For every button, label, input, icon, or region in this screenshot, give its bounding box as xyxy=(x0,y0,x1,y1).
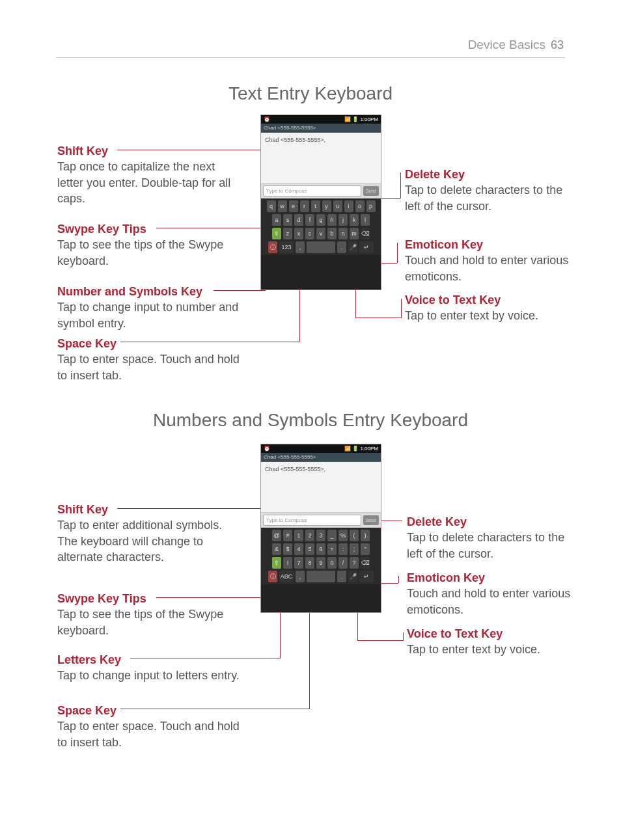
keyboard-key[interactable]: ⌫ xyxy=(361,557,370,569)
keyboard-key[interactable]: " xyxy=(361,543,370,555)
keyboard-key[interactable]: 8 xyxy=(305,557,314,569)
keyboard-key[interactable]: . xyxy=(337,571,346,582)
keyboard-key[interactable]: 3 xyxy=(316,530,325,541)
keyboard-key[interactable]: r xyxy=(300,200,309,212)
keyboard-key[interactable]: z xyxy=(283,228,292,239)
keyboard-key[interactable]: ⇧ xyxy=(272,557,281,569)
keyboard-key[interactable]: ? xyxy=(350,557,359,569)
callout-shift-key: Shift Key Tap once to capitalize the nex… xyxy=(57,143,240,206)
keyboard-key[interactable]: ⓘ xyxy=(268,571,277,582)
keyboard-key[interactable]: @ xyxy=(272,530,281,541)
keyboard-key[interactable]: ⌫ xyxy=(361,228,370,239)
keyboard-key[interactable]: & xyxy=(272,543,281,555)
keyboard-key[interactable] xyxy=(307,571,335,582)
keyboard-key[interactable]: o xyxy=(355,200,365,212)
keyboard-key[interactable]: # xyxy=(283,530,292,541)
leader-line xyxy=(120,342,299,342)
keyboard-key[interactable]: ⇧ xyxy=(272,228,281,239)
keyboard-key[interactable]: g xyxy=(316,214,325,226)
keyboard-key[interactable]: u xyxy=(333,200,342,212)
send-button[interactable]: Send xyxy=(363,515,379,525)
keyboard-key[interactable]: s xyxy=(283,214,292,226)
keyboard-key[interactable]: 4 xyxy=(294,543,303,555)
send-button[interactable]: Send xyxy=(363,186,379,196)
keyboard-key[interactable]: 7 xyxy=(294,557,303,569)
keyboard-key[interactable]: v xyxy=(316,228,325,239)
keyboard-key[interactable]: 0 xyxy=(327,557,337,569)
keyboard-key[interactable]: t xyxy=(311,200,320,212)
compose-bar: Type to Compose Send xyxy=(261,183,381,198)
keyboard-key[interactable]: k xyxy=(350,214,359,226)
keyboard-key[interactable]: c xyxy=(305,228,314,239)
callout-text: Tap to change input to number and symbol… xyxy=(57,301,238,329)
keyboard-key[interactable]: 9 xyxy=(316,557,325,569)
keyboard-key[interactable]: / xyxy=(338,557,348,569)
leader-line xyxy=(117,508,260,509)
keyboard-key[interactable]: , xyxy=(296,571,305,582)
keyboard-key[interactable]: 5 xyxy=(305,543,314,555)
keyboard-key[interactable]: 1 xyxy=(294,530,303,541)
keyboard-key[interactable]: f xyxy=(305,214,314,226)
keyboard-key[interactable]: e xyxy=(289,200,298,212)
status-bar: ⏰ 📶🔋1:00PM xyxy=(261,115,381,124)
keyboard-key[interactable]: x xyxy=(294,228,303,239)
keyboard-key[interactable]: i xyxy=(344,200,353,212)
keyboard-key[interactable]: 🎤 xyxy=(348,571,357,582)
leader-line xyxy=(357,609,358,641)
leader-line xyxy=(357,640,403,641)
leader-line xyxy=(280,607,281,658)
keyboard-key[interactable]: ) xyxy=(361,530,370,541)
callout-text: Tap to enter text by voice. xyxy=(407,643,540,656)
keyboard-key[interactable]: % xyxy=(338,530,348,541)
callout-heading: Emoticon Key xyxy=(405,237,574,252)
keyboard-key[interactable]: m xyxy=(350,228,359,239)
keyboard-key[interactable]: d xyxy=(294,214,303,226)
keyboard-key[interactable]: ↵ xyxy=(359,241,374,253)
compose-input[interactable]: Type to Compose xyxy=(263,515,361,526)
keyboard-key[interactable]: q xyxy=(267,200,276,212)
callout-heading: Shift Key xyxy=(57,143,240,159)
compose-bar: Type to Compose Send xyxy=(261,513,381,528)
keyboard-key[interactable]: 2 xyxy=(305,530,314,541)
keyboard-key[interactable]: n xyxy=(338,228,348,239)
keyboard-key[interactable]: j xyxy=(338,214,348,226)
leader-line xyxy=(214,290,266,291)
callout-number-symbols-key: Number and Symbols Key Tap to change inp… xyxy=(57,284,240,331)
keyboard-key[interactable]: 6 xyxy=(316,543,325,555)
keyboard-key[interactable]: ABC xyxy=(279,571,294,582)
keyboard-key[interactable]: ( xyxy=(350,530,359,541)
keyboard-key[interactable]: _ xyxy=(327,530,337,541)
callout-heading: Delete Key xyxy=(407,514,576,530)
keyboard-key[interactable] xyxy=(307,241,335,253)
leader-line xyxy=(400,172,401,198)
keyboard-key[interactable]: + xyxy=(327,543,337,555)
callout-voice-to-text-key-2: Voice to Text Key Tap to enter text by v… xyxy=(407,626,576,658)
leader-line xyxy=(117,150,260,150)
keyboard-key[interactable]: ! xyxy=(283,557,292,569)
leader-line xyxy=(355,318,401,318)
keyboard-key[interactable]: : xyxy=(338,543,348,555)
keyboard-key[interactable]: p xyxy=(366,200,376,212)
keyboard-key[interactable]: . xyxy=(337,241,346,253)
keyboard-key[interactable]: w xyxy=(278,200,287,212)
compose-input[interactable]: Type to Compose xyxy=(263,185,361,196)
keyboard-key[interactable]: l xyxy=(361,214,370,226)
keyboard-key[interactable]: , xyxy=(296,241,305,253)
keyboard-key[interactable]: 🎤 xyxy=(348,241,357,253)
section-title-numbers-symbols: Numbers and Symbols Entry Keyboard xyxy=(0,410,621,431)
battery-icon: 🔋 xyxy=(352,116,359,122)
keyboard-key[interactable]: ; xyxy=(350,543,359,555)
keyboard-key[interactable]: h xyxy=(327,214,337,226)
keyboard-key[interactable]: b xyxy=(327,228,337,239)
battery-icon: 🔋 xyxy=(352,446,359,452)
keyboard-key[interactable]: $ xyxy=(283,543,292,555)
keyboard-key[interactable]: ⓘ xyxy=(268,241,277,253)
keyboard-key[interactable]: y xyxy=(322,200,331,212)
keyboard-key[interactable]: ↵ xyxy=(359,571,374,582)
callout-heading: Voice to Text Key xyxy=(407,626,576,642)
callout-text: Tap to enter text by voice. xyxy=(405,309,538,322)
leader-line xyxy=(398,576,399,583)
keyboard-key[interactable]: 123 xyxy=(279,241,294,253)
leader-line xyxy=(120,709,309,709)
keyboard-key[interactable]: a xyxy=(272,214,281,226)
